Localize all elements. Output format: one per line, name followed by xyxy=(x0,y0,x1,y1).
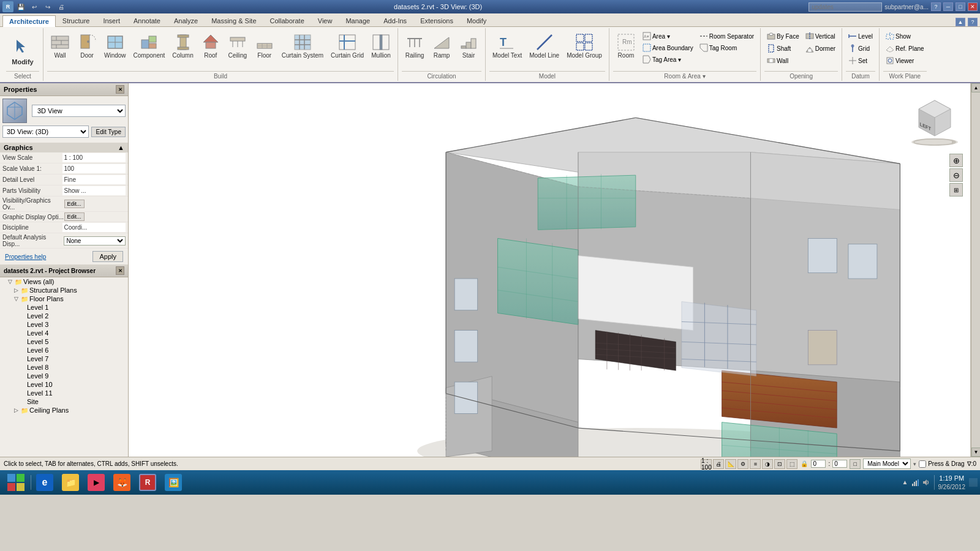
tree-row-level5[interactable]: Level 5 xyxy=(0,337,128,346)
model-line-btn[interactable]: Model Line xyxy=(526,31,562,61)
scroll-track[interactable] xyxy=(971,92,980,448)
floor-btn[interactable]: Floor xyxy=(252,31,277,61)
coord-dropdown[interactable]: ▾ xyxy=(913,461,916,467)
view-type-select[interactable]: 3D View xyxy=(32,105,126,117)
curtain-system-btn[interactable]: Curtain System xyxy=(279,31,326,61)
component-btn[interactable]: Component xyxy=(130,31,168,61)
tree-row-site[interactable]: Site xyxy=(0,397,128,406)
props-section-expand[interactable]: ▲ xyxy=(118,144,124,151)
taskbar-revit[interactable]: R xyxy=(135,471,160,493)
tree-row-level11[interactable]: Level 11 xyxy=(0,389,128,397)
start-btn[interactable] xyxy=(2,471,29,493)
right-scrollbar[interactable]: ▲ ▼ xyxy=(971,83,980,457)
zoom-out-btn[interactable]: ⊖ xyxy=(949,168,963,182)
close-btn[interactable]: ✕ xyxy=(968,2,978,11)
scale-display[interactable]: 1 : 100 xyxy=(701,459,712,469)
ceiling-btn[interactable]: Ceiling xyxy=(225,31,251,61)
tray-volume[interactable] xyxy=(922,478,930,487)
tab-addins[interactable]: Add-Ins xyxy=(377,15,413,26)
modify-btn[interactable]: Modify xyxy=(6,31,39,69)
tab-structure[interactable]: Structure xyxy=(56,15,97,26)
scroll-up-btn[interactable]: ▲ xyxy=(971,83,980,92)
mullion-btn[interactable]: Mullion xyxy=(368,31,394,61)
tag-room-btn[interactable]: Tag Room xyxy=(697,42,756,53)
column-btn[interactable]: Column xyxy=(169,31,196,61)
model-select[interactable]: Main Model xyxy=(863,459,911,469)
props-value-discipline[interactable]: Coordi... xyxy=(62,223,126,232)
props-value-partsvis[interactable]: Show ... xyxy=(62,186,126,195)
section-box-btn[interactable]: ⬚ xyxy=(786,459,797,469)
shadows-btn[interactable]: ◑ xyxy=(762,459,773,469)
railing-btn[interactable]: Railing xyxy=(402,31,428,61)
show-btn[interactable]: Show xyxy=(883,31,927,42)
curtain-grid-btn[interactable]: Curtain Grid xyxy=(328,31,367,61)
tab-extensions[interactable]: Extensions xyxy=(413,15,460,26)
apply-btn[interactable]: Apply xyxy=(92,251,123,262)
quick-print-btn[interactable]: 🖨 xyxy=(55,1,67,12)
quick-redo-btn[interactable]: ↪ xyxy=(42,1,54,12)
press-drag-checkbox[interactable] xyxy=(919,460,926,468)
tree-row-views[interactable]: ▽ 📁 Views (all) xyxy=(0,277,128,286)
props-value-detaillevel[interactable]: Fine xyxy=(62,175,126,184)
analysis-disp-select[interactable]: None xyxy=(64,236,126,246)
project-browser-close-btn[interactable]: ✕ xyxy=(116,266,124,275)
maximize-btn[interactable]: □ xyxy=(956,2,965,11)
taskbar-photos[interactable]: 🖼️ xyxy=(161,471,186,493)
room-btn[interactable]: Rm Room xyxy=(613,31,639,61)
quick-save-btn[interactable]: 💾 xyxy=(15,1,27,12)
stair-btn[interactable]: Stair xyxy=(456,31,481,61)
wall-btn[interactable]: Wall xyxy=(47,31,73,61)
ribbon-help-btn[interactable]: ? xyxy=(968,18,978,26)
graphic-disp-edit-btn[interactable]: Edit... xyxy=(64,212,85,221)
viewer-btn[interactable]: Viewer xyxy=(883,55,927,66)
minimize-btn[interactable]: ─ xyxy=(943,2,953,11)
vertical-btn[interactable]: Vertical xyxy=(803,31,838,42)
show-desktop-btn[interactable] xyxy=(969,478,978,487)
ribbon-minimize-btn[interactable]: ▲ xyxy=(956,18,965,26)
window-btn[interactable]: Window xyxy=(101,31,129,61)
area-btn[interactable]: A▾ Area ▾ xyxy=(640,31,696,42)
room-separator-btn[interactable]: Room Separator xyxy=(697,31,756,42)
tree-row-floorplans[interactable]: ▽ 📁 Floor Plans xyxy=(0,294,128,303)
snap-btn[interactable]: 📐 xyxy=(725,459,736,469)
tab-collaborate[interactable]: Collaborate xyxy=(263,15,311,26)
thin-lines-btn[interactable]: ≡ xyxy=(750,459,761,469)
properties-close-btn[interactable]: ✕ xyxy=(116,85,124,94)
expand-floorplans[interactable]: ▽ xyxy=(12,295,20,302)
ref-plane-btn[interactable]: Ref. Plane xyxy=(883,43,927,54)
tree-row-level6[interactable]: Level 6 xyxy=(0,346,128,354)
area-boundary-btn[interactable]: Area Boundary xyxy=(640,42,696,53)
viewport[interactable] xyxy=(129,83,970,457)
tray-up-arrow[interactable]: ▲ xyxy=(901,478,910,487)
model-group-btn[interactable]: Model Group xyxy=(564,31,605,61)
tab-massing[interactable]: Massing & Site xyxy=(205,15,263,26)
expand-structural[interactable]: ▷ xyxy=(12,287,20,294)
zoom-fit-btn[interactable]: ⊞ xyxy=(949,183,963,197)
quick-undo-btn[interactable]: ↩ xyxy=(28,1,40,12)
tag-area-btn[interactable]: Tag Area ▾ xyxy=(640,54,696,65)
print-btn[interactable]: 🖨 xyxy=(713,459,724,469)
level-btn[interactable]: Level xyxy=(846,31,875,42)
help-btn[interactable]: ? xyxy=(931,2,941,11)
tree-row-level4[interactable]: Level 4 xyxy=(0,329,128,337)
expand-ceilingplans[interactable]: ▷ xyxy=(12,407,20,414)
tree-row-level2[interactable]: Level 2 xyxy=(0,312,128,320)
by-face-btn[interactable]: By Face xyxy=(764,31,802,42)
taskbar-explorer[interactable]: 📁 xyxy=(58,471,83,493)
dormer-btn[interactable]: Dormer xyxy=(803,43,838,54)
props-value-scalevalue[interactable]: 100 xyxy=(62,164,126,173)
tree-row-ceilingplans[interactable]: ▷ 📁 Ceiling Plans xyxy=(0,406,128,414)
tree-row-structural[interactable]: ▷ 📁 Structural Plans xyxy=(0,286,128,294)
x-coord[interactable] xyxy=(811,460,826,468)
tree-row-level8[interactable]: Level 8 xyxy=(0,363,128,372)
wall-open-btn[interactable]: Wall xyxy=(764,55,802,66)
settings-btn[interactable]: ⚙ xyxy=(737,459,748,469)
grid-btn[interactable]: Grid xyxy=(846,43,875,54)
tree-row-level9[interactable]: Level 9 xyxy=(0,372,128,380)
vis-override-edit-btn[interactable]: Edit... xyxy=(64,200,85,208)
roof-btn[interactable]: Roof xyxy=(198,31,224,61)
tree-row-level1[interactable]: Level 1 xyxy=(0,303,128,312)
tab-insert[interactable]: Insert xyxy=(96,15,127,26)
edit-type-btn[interactable]: Edit Type xyxy=(91,127,126,137)
tab-annotate[interactable]: Annotate xyxy=(127,15,167,26)
